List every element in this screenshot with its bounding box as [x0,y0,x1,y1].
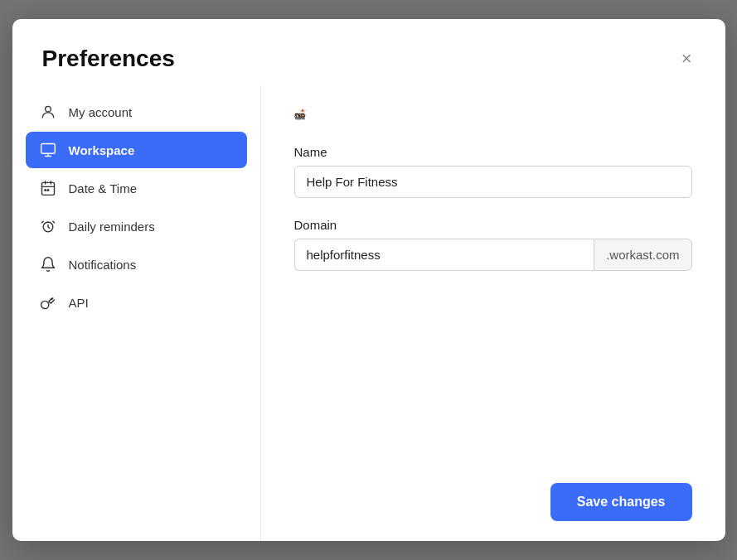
svg-text:HELP FOR: HELP FOR [294,113,304,114]
svg-point-6 [41,301,48,308]
sidebar-item-notifications[interactable]: Notifications [26,246,247,282]
main-content: HELP FOR FITNESS NOT YOUR REGULAR SUPPLE… [261,85,725,541]
modal-header: Preferences × [12,19,725,85]
modal-body: My account Workspace Date & Time [12,85,725,541]
sidebar: My account Workspace Date & Time [12,85,261,541]
save-btn-row: Save changes [294,466,692,521]
person-icon [39,103,57,121]
sidebar-item-date-time[interactable]: Date & Time [26,170,247,206]
workspace-logo: HELP FOR FITNESS NOT YOUR REGULAR SUPPLE… [294,105,311,122]
domain-row: .workast.com [294,239,692,271]
calendar-icon [39,179,57,197]
svg-rect-2 [41,182,54,195]
sidebar-label-notifications: Notifications [69,258,137,272]
svg-point-4 [47,190,49,191]
domain-field-group: Domain .workast.com [294,218,692,271]
modal-title: Preferences [42,46,175,72]
key-icon [39,293,57,311]
domain-label: Domain [294,218,692,232]
sidebar-label-workspace: Workspace [69,143,135,157]
sidebar-label-api: API [69,296,89,310]
close-button[interactable]: × [678,46,696,71]
overlay: Preferences × My account W [0,0,737,560]
sidebar-item-workspace[interactable]: Workspace [26,132,247,168]
sidebar-item-daily-reminders[interactable]: Daily reminders [26,208,247,244]
svg-point-7 [301,109,303,111]
sidebar-label-my-account: My account [69,105,133,119]
name-input[interactable] [294,166,692,198]
name-field-group: Name [294,145,692,198]
sidebar-label-date-time: Date & Time [69,181,138,196]
workspace-logo-container: HELP FOR FITNESS NOT YOUR REGULAR SUPPLE… [294,105,692,122]
monitor-icon [39,141,57,159]
svg-point-0 [45,106,51,112]
bell-icon [39,255,57,273]
svg-text:SUPPLEMENT STORE: SUPPLEMENT STORE [294,118,304,120]
domain-input[interactable] [294,239,594,271]
name-label: Name [294,145,692,159]
save-changes-button[interactable]: Save changes [550,483,692,521]
sidebar-item-api[interactable]: API [26,284,247,321]
preferences-modal: Preferences × My account W [12,19,725,541]
sidebar-label-daily-reminders: Daily reminders [69,220,155,234]
domain-suffix: .workast.com [594,239,691,271]
svg-point-3 [44,190,46,191]
alarm-icon [39,217,57,235]
sidebar-item-my-account[interactable]: My account [26,94,247,130]
svg-rect-1 [41,144,55,154]
